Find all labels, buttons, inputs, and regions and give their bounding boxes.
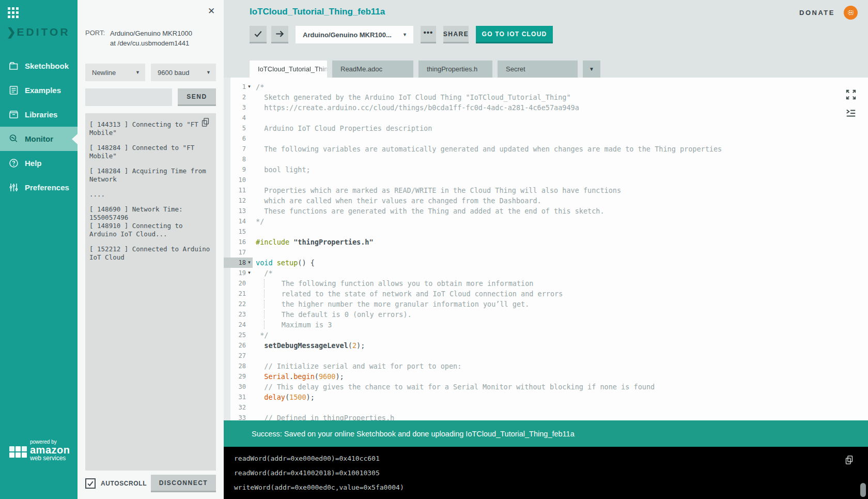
- line-number: 6: [230, 133, 246, 144]
- close-icon[interactable]: ✕: [206, 6, 216, 17]
- fold-column: [224, 247, 230, 258]
- fold-spacer: [246, 330, 253, 340]
- line-number: 5: [230, 123, 246, 133]
- serial-send-input[interactable]: [85, 88, 172, 106]
- tab-secret[interactable]: Secret: [498, 61, 578, 78]
- fold-column: [224, 206, 230, 216]
- code-text: https://create.arduino.cc/cloud/things/b…: [253, 102, 579, 113]
- code-line: 2 Sketch generated by the Arduino IoT Cl…: [224, 92, 868, 102]
- line-number: 4: [230, 113, 246, 123]
- fold-caret-icon[interactable]: ▼: [246, 82, 253, 92]
- copy-icon[interactable]: [201, 117, 210, 129]
- code-editor[interactable]: 1▼/*2 Sketch generated by the Arduino Io…: [224, 78, 868, 420]
- fold-caret-icon[interactable]: ▼: [246, 268, 253, 278]
- fold-column: [224, 382, 230, 392]
- fold-column: [224, 237, 230, 247]
- upload-button[interactable]: [271, 26, 288, 43]
- code-line: 15: [224, 226, 868, 237]
- send-button[interactable]: SEND: [178, 88, 216, 106]
- port-board: Arduino/Genuino MKR1000: [110, 28, 192, 38]
- fold-column: [224, 133, 230, 144]
- serial-log-message: [ 148284 ] Connected to "FT Mobile": [89, 144, 211, 160]
- fold-column: [224, 413, 230, 420]
- sidebar-item-examples[interactable]: Examples: [0, 78, 78, 102]
- more-button[interactable]: •••: [421, 26, 436, 43]
- line-number: 13: [230, 206, 246, 216]
- fullscreen-icon[interactable]: [845, 89, 857, 100]
- sidebar: ❯EDITOR SketchbookExamplesLibrariesMonit…: [0, 0, 78, 499]
- fold-column: [224, 278, 230, 289]
- fold-column: [224, 113, 230, 123]
- fold-spacer: [246, 206, 253, 216]
- fold-caret-icon[interactable]: ▼: [246, 258, 253, 268]
- tab-readme-adoc[interactable]: ReadMe.adoc: [332, 61, 413, 78]
- code-line: 1▼/*: [224, 82, 868, 92]
- line-number: 31: [230, 392, 246, 402]
- sketch-title: IoTCloud_Tutorial_Thing_feb11a: [250, 7, 385, 17]
- sidebar-item-sketchbook[interactable]: Sketchbook: [0, 54, 78, 78]
- code-line: 33 // Defined in thingProperties.h: [224, 413, 868, 420]
- code-line: 4: [224, 113, 868, 123]
- autoformat-icon[interactable]: [845, 108, 857, 119]
- line-ending-dropdown[interactable]: Newline▼: [85, 64, 145, 81]
- sidebar-item-help[interactable]: Help: [0, 151, 78, 175]
- code-text: void setup() {: [253, 258, 315, 268]
- baud-rate-dropdown[interactable]: 9600 baud▼: [151, 64, 216, 81]
- fold-column: [224, 402, 230, 413]
- go-to-iot-cloud-button[interactable]: GO TO IOT CLOUD: [476, 26, 553, 43]
- line-number: 3: [230, 102, 246, 113]
- code-line: 18▼void setup() {: [224, 258, 868, 268]
- serial-log-area[interactable]: [ 144313 ] Connecting to "FT Mobile"[ 14…: [85, 113, 216, 471]
- code-text: */: [253, 330, 268, 340]
- board-select-dropdown[interactable]: Arduino/Genuino MKR100...▼: [296, 26, 413, 43]
- tab-thingproperties-h[interactable]: thingProperties.h: [419, 61, 492, 78]
- code-text: Serial.begin(9600);: [253, 371, 344, 382]
- fold-column: [224, 371, 230, 382]
- code-text: Properties which are marked as READ/WRIT…: [253, 185, 621, 195]
- fold-spacer: [246, 289, 253, 299]
- fold-column: [224, 330, 230, 340]
- sidebar-menu: SketchbookExamplesLibrariesMonitorHelpPr…: [0, 54, 78, 200]
- verify-button[interactable]: [250, 26, 267, 43]
- share-button[interactable]: SHARE: [443, 26, 469, 43]
- sidebar-item-preferences[interactable]: Preferences: [0, 175, 78, 200]
- autoscroll-checkbox[interactable]: [85, 478, 96, 489]
- toolbar: Arduino/Genuino MKR100...▼ ••• SHARE GO …: [250, 26, 553, 43]
- code-line: 23 The default is 0 (only errors).: [224, 309, 868, 320]
- serial-log-message: [ 144313 ] Connecting to "FT Mobile": [89, 120, 211, 137]
- tab-iotcloud-tutorial-thing[interactable]: IoTCloud_Tutorial_Thing: [250, 61, 327, 78]
- scrollbar-thumb[interactable]: [860, 483, 866, 497]
- status-message: Success: Saved on your online Sketchbook…: [252, 430, 575, 438]
- donate-link[interactable]: DONATE: [799, 9, 835, 17]
- code-text: The default is 0 (only errors).: [253, 309, 412, 320]
- console-line: readWord(addr=0x41002018)=0x10010305: [234, 466, 868, 480]
- fold-column: [224, 144, 230, 154]
- code-line: 19▼ /*: [224, 268, 868, 278]
- avatar[interactable]: [844, 6, 858, 20]
- fold-column: [224, 154, 230, 164]
- sidebar-item-monitor[interactable]: Monitor: [0, 127, 78, 151]
- code-line: 17: [224, 247, 868, 258]
- line-number: 9: [230, 164, 246, 175]
- code-text: which are called when their values are c…: [253, 195, 541, 206]
- fold-column: [224, 309, 230, 320]
- chevron-down-icon: ▼: [206, 70, 211, 75]
- line-number: 11: [230, 185, 246, 195]
- tabs-dropdown-button[interactable]: ▼: [583, 61, 600, 78]
- apps-grid-icon[interactable]: [8, 7, 19, 19]
- output-console[interactable]: readWord(addr=0xe000ed00)=0x410cc601read…: [224, 447, 868, 499]
- code-text: */: [253, 216, 264, 226]
- line-number: 2: [230, 92, 246, 102]
- fold-spacer: [246, 164, 253, 175]
- code-line: 21 related to the state of network and I…: [224, 289, 868, 299]
- console-line: readWord(addr=0xe000ed00)=0x410cc601: [234, 451, 868, 466]
- fold-column: [224, 226, 230, 237]
- sidebar-item-libraries[interactable]: Libraries: [0, 102, 78, 127]
- copy-icon[interactable]: [845, 455, 854, 467]
- code-line: 24 Maximum is 3: [224, 320, 868, 330]
- code-line: 28 // Initialize serial and wait for por…: [224, 361, 868, 371]
- fold-column: [224, 320, 230, 330]
- serial-log-message: [ 148690 ] Network Time: 1550057496: [89, 205, 211, 222]
- aws-sub: web services: [30, 455, 70, 462]
- disconnect-button[interactable]: DISCONNECT: [151, 475, 216, 492]
